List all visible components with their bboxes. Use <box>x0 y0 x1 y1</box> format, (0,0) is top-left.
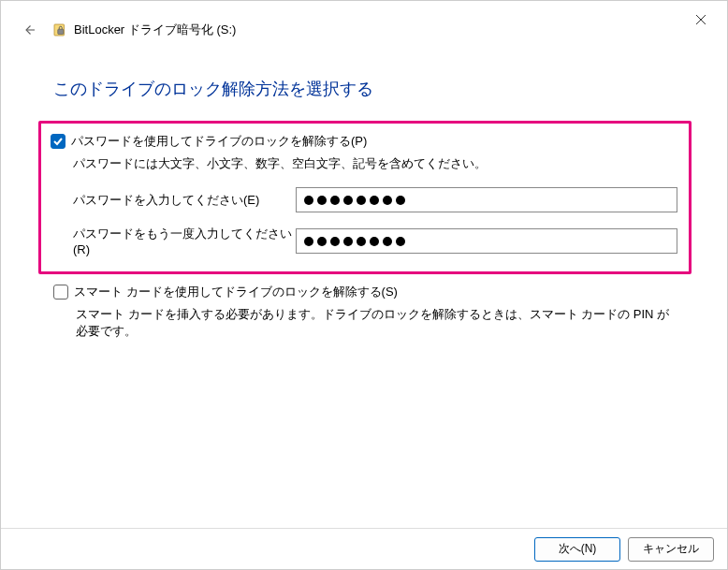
content-area: このドライブのロック解除方法を選択する パスワードを使用してドライブのロックを解… <box>1 40 727 340</box>
password-label: パスワードを入力してください(E) <box>73 192 296 209</box>
smartcard-checkbox-row[interactable]: スマート カードを使用してドライブのロックを解除する(S) <box>53 284 675 300</box>
password-checkbox[interactable] <box>51 134 66 149</box>
cancel-button[interactable]: キャンセル <box>628 537 714 562</box>
window-title: BitLocker ドライブ暗号化 (S:) <box>74 22 236 38</box>
password-input[interactable] <box>296 187 677 212</box>
password-confirm-input[interactable] <box>296 228 677 254</box>
password-value <box>304 188 669 212</box>
password-field-row: パスワードを入力してください(E) <box>73 187 677 212</box>
password-checkbox-row[interactable]: パスワードを使用してドライブのロックを解除する(P) <box>51 133 677 150</box>
svg-rect-1 <box>58 29 64 34</box>
bitlocker-icon <box>51 22 68 38</box>
password-checkbox-label: パスワードを使用してドライブのロックを解除する(P) <box>71 133 367 150</box>
page-heading: このドライブのロック解除方法を選択する <box>53 78 675 100</box>
footer: 次へ(N) キャンセル <box>1 528 727 569</box>
password-hint: パスワードには大文字、小文字、数字、空白文字、記号を含めてください。 <box>73 155 677 172</box>
smartcard-checkbox[interactable] <box>53 285 68 300</box>
password-confirm-value <box>304 229 669 253</box>
smartcard-hint: スマート カードを挿入する必要があります。ドライブのロックを解除するときは、スマ… <box>76 306 675 340</box>
password-confirm-field-row: パスワードをもう一度入力してください(R) <box>73 226 677 256</box>
password-confirm-label: パスワードをもう一度入力してください(R) <box>73 226 296 256</box>
smartcard-checkbox-label: スマート カードを使用してドライブのロックを解除する(S) <box>74 284 398 300</box>
titlebar: BitLocker ドライブ暗号化 (S:) <box>1 1 727 40</box>
close-button[interactable] <box>682 7 720 33</box>
back-button[interactable] <box>16 17 42 43</box>
next-button[interactable]: 次へ(N) <box>534 537 620 562</box>
password-option-group: パスワードを使用してドライブのロックを解除する(P) パスワードには大文字、小文… <box>38 121 692 274</box>
